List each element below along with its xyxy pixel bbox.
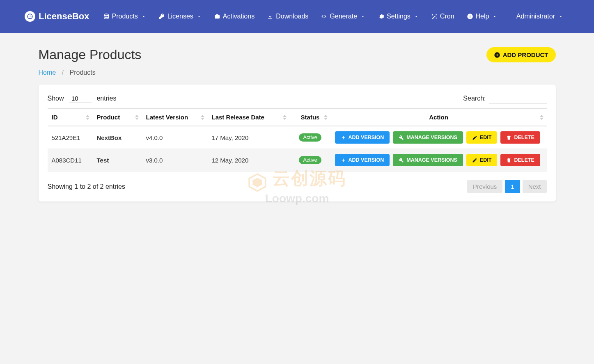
col-product[interactable]: Product [93,109,142,126]
navbar: LicenseBox Products Licenses Activations… [0,0,594,33]
plus-icon [341,135,346,140]
status-badge: Active [299,133,321,142]
nav-items: Products Licenses Activations Downloads … [97,9,510,24]
card: Show entries Search: ID Product [39,85,556,201]
products-table: ID Product Latest Version Last Release D… [48,108,547,172]
col-status[interactable]: Status [290,109,331,126]
cell-status: Active [290,126,331,149]
nav-licenses[interactable]: Licenses [154,9,206,24]
add-version-button[interactable]: ADD VERSION [335,154,390,166]
col-id[interactable]: ID [48,109,93,126]
cell-id: 521A29E1 [48,126,93,149]
brand-icon [25,11,35,22]
wand-icon [431,13,438,20]
chevron-down-icon [492,14,497,19]
plus-icon [341,158,346,163]
key-icon [158,13,165,20]
edit-icon [472,135,477,140]
page-title: Manage Products [39,47,142,62]
cell-product: Test [93,149,142,172]
delete-button[interactable]: DELETE [500,154,540,166]
edit-button[interactable]: EDIT [466,131,497,144]
search-control: Search: [463,94,546,103]
wrench-icon [399,158,404,163]
brand-text: LicenseBox [39,11,89,22]
nav-user-label: Administrator [516,13,555,20]
briefcase-icon [214,13,220,20]
sort-icon [283,114,287,120]
sort-icon [540,114,544,120]
card-controls: Show entries Search: [48,94,547,103]
cell-id: A083CD11 [48,149,93,172]
nav-label: Cron [440,13,454,20]
brand[interactable]: LicenseBox [25,11,89,22]
trash-icon [506,158,511,163]
chevron-down-icon [360,14,365,19]
chevron-down-icon [558,14,563,19]
sort-icon [135,114,139,120]
add-version-button[interactable]: ADD VERSION [335,131,390,144]
page-next[interactable]: Next [523,180,547,193]
cell-date: 12 May, 2020 [208,149,290,172]
footer-info: Showing 1 to 2 of 2 entries [48,183,125,190]
nav-generate[interactable]: Generate [316,9,370,24]
col-action: Action [331,109,547,126]
nav-label: Generate [330,13,357,20]
page-header: Manage Products ADD PRODUCT [39,47,556,62]
chevron-down-icon [141,14,146,19]
nav-activations[interactable]: Activations [209,9,259,24]
nav-downloads[interactable]: Downloads [262,9,313,24]
edit-button[interactable]: EDIT [466,154,497,166]
cell-version: v4.0.0 [142,126,208,149]
search-input[interactable] [489,94,547,103]
manage-versions-button[interactable]: MANAGE VERSIONS [393,131,463,144]
sort-icon [324,114,328,120]
breadcrumb-sep: / [62,69,64,76]
sort-icon [201,114,204,120]
code-icon [321,13,327,20]
show-label-post: entries [96,95,116,102]
sort-icon [86,114,89,120]
chevron-down-icon [414,14,419,19]
search-label: Search: [463,95,486,102]
nav-settings[interactable]: Settings [373,9,424,24]
cell-version: v3.0.0 [142,149,208,172]
edit-icon [472,158,477,163]
main-container: Manage Products ADD PRODUCT Home / Produ… [34,33,560,216]
nav-user[interactable]: Administrator [511,9,568,24]
cell-date: 17 May, 2020 [208,126,290,149]
breadcrumb-home[interactable]: Home [39,69,56,76]
nav-label: Help [476,13,489,20]
wrench-icon [399,135,404,140]
breadcrumb: Home / Products [39,69,556,76]
page-previous[interactable]: Previous [467,180,502,193]
chevron-down-icon [197,14,202,19]
nav-help[interactable]: Help [462,9,502,24]
info-icon [467,13,473,20]
add-product-button[interactable]: ADD PRODUCT [486,47,556,62]
nav-cron[interactable]: Cron [426,9,459,24]
nav-label: Settings [387,13,411,20]
nav-products[interactable]: Products [98,9,151,24]
delete-button[interactable]: DELETE [500,131,540,144]
show-label-pre: Show [48,95,64,102]
table-footer: Showing 1 to 2 of 2 entries Previous 1 N… [48,180,547,193]
breadcrumb-current: Products [70,69,96,76]
add-product-label: ADD PRODUCT [503,51,548,58]
entries-select[interactable] [69,94,92,103]
col-version[interactable]: Latest Version [142,109,208,126]
status-badge: Active [299,156,321,164]
nav-label: Products [112,13,138,20]
nav-label: Licenses [167,13,193,20]
cell-actions: ADD VERSION MANAGE VERSIONS EDIT DELETE [331,149,547,172]
cell-product: NextBox [93,126,142,149]
col-date[interactable]: Last Release Date [208,109,290,126]
entries-control: Show entries [48,94,117,103]
manage-versions-button[interactable]: MANAGE VERSIONS [393,154,463,166]
page-current[interactable]: 1 [505,180,520,193]
gear-icon [378,13,384,20]
table-row: 521A29E1 NextBox v4.0.0 17 May, 2020 Act… [48,126,547,149]
plus-circle-icon [494,52,500,58]
nav-label: Downloads [276,13,308,20]
table-row: A083CD11 Test v3.0.0 12 May, 2020 Active… [48,149,547,172]
